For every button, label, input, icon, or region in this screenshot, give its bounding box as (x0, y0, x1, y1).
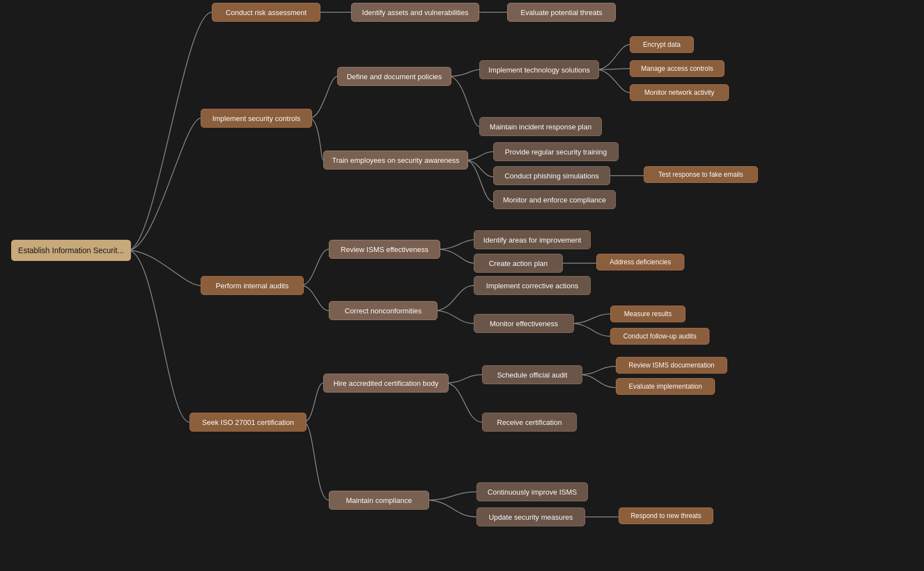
node-conduct-followup: Conduct follow-up audits (610, 328, 709, 345)
l2-6-label: Correct nonconformities (345, 307, 422, 315)
node-define-policies: Define and document policies (337, 67, 451, 86)
l3-1-label: Implement technology solutions (488, 66, 590, 74)
l4-10-label: Respond to new threats (631, 512, 702, 520)
node-hire-certification: Hire accredited certification body (323, 374, 449, 393)
node-implement-corrective: Implement corrective actions (474, 276, 591, 295)
node-implement-tech: Implement technology solutions (479, 60, 599, 79)
node-conduct-risk: Conduct risk assessment (212, 3, 320, 22)
l3-8-label: Implement corrective actions (486, 282, 578, 290)
l4-5-label: Address deficiencies (610, 258, 671, 266)
l2-3-label: Define and document policies (347, 72, 442, 81)
l3-3-label: Provide regular security training (505, 148, 607, 156)
l4-6-label: Measure results (624, 310, 672, 318)
l4-1-label: Encrypt data (643, 41, 680, 49)
node-respond-new-threats: Respond to new threats (619, 507, 713, 524)
node-identify-assets: Identify assets and vulnerabilities (351, 3, 479, 22)
node-encrypt-data: Encrypt data (630, 36, 694, 53)
node-measure-results: Measure results (610, 306, 685, 322)
l2-8-label: Maintain compliance (346, 496, 412, 505)
node-manage-access: Manage access controls (630, 60, 724, 77)
l3-13-label: Update security measures (489, 513, 573, 521)
l3-9-label: Monitor effectiveness (490, 320, 558, 328)
l3-4-label: Conduct phishing simulations (504, 172, 599, 180)
node-monitor-network: Monitor network activity (630, 84, 729, 101)
node-update-security: Update security measures (476, 507, 585, 526)
node-test-fake-emails: Test response to fake emails (644, 166, 758, 183)
l4-2-label: Manage access controls (641, 65, 713, 72)
l3-2-label: Maintain incident response plan (490, 123, 592, 131)
node-perform-audits: Perform internal audits (201, 276, 304, 295)
l4-8-label: Review ISMS documentation (629, 361, 714, 369)
node-seek-iso: Seek ISO 27001 certification (189, 413, 307, 432)
node-maintain-incident: Maintain incident response plan (479, 117, 602, 136)
node-provide-training: Provide regular security training (493, 142, 619, 161)
l4-9-label: Evaluate implementation (629, 383, 702, 390)
l4-7-label: Conduct follow-up audits (623, 332, 696, 340)
l3-5-label: Monitor and enforce compliance (503, 196, 606, 204)
root-label: Establish Information Securit... (18, 246, 124, 255)
node-implement-security: Implement security controls (201, 109, 312, 128)
node-correct-nonconformities: Correct nonconformities (329, 301, 437, 320)
node-monitor-enforce: Monitor and enforce compliance (493, 190, 616, 209)
l1-2-label: Implement security controls (212, 114, 300, 123)
l2-4-label: Train employees on security awareness (332, 156, 460, 164)
node-review-isms-docs: Review ISMS documentation (616, 357, 727, 374)
l1-3-label: Perform internal audits (216, 282, 289, 290)
node-schedule-audit: Schedule official audit (482, 365, 582, 384)
node-monitor-effectiveness: Monitor effectiveness (474, 314, 574, 333)
node-continuously-improve: Continuously improve ISMS (476, 482, 588, 501)
node-identify-improvement: Identify areas for improvement (474, 230, 591, 249)
node-receive-certification: Receive certification (482, 413, 577, 432)
connections-svg (0, 0, 924, 571)
l3-11-label: Receive certification (497, 418, 562, 427)
l4-4-label: Test response to fake emails (658, 171, 743, 178)
node-conduct-phishing: Conduct phishing simulations (493, 166, 610, 185)
root-node: Establish Information Securit... (11, 240, 131, 261)
l3-6-label: Identify areas for improvement (483, 236, 581, 244)
l2-5-label: Review ISMS effectiveness (341, 245, 428, 254)
l2-1-label: Identify assets and vulnerabilities (362, 8, 469, 17)
mindmap-container: Establish Information Securit... Conduct… (0, 0, 924, 571)
l3-7-label: Create action plan (489, 259, 548, 268)
l2-7-label: Hire accredited certification body (333, 379, 439, 388)
node-create-action-plan: Create action plan (474, 254, 563, 273)
node-evaluate-threats: Evaluate potential threats (507, 3, 616, 22)
l3-12-label: Continuously improve ISMS (488, 488, 577, 496)
l4-3-label: Monitor network activity (644, 89, 714, 96)
l2-2-label: Evaluate potential threats (521, 8, 602, 17)
node-train-employees: Train employees on security awareness (323, 151, 468, 170)
node-address-deficiencies: Address deficiencies (596, 254, 684, 270)
node-maintain-compliance: Maintain compliance (329, 491, 429, 510)
node-review-isms: Review ISMS effectiveness (329, 240, 440, 259)
l1-4-label: Seek ISO 27001 certification (202, 418, 294, 427)
node-evaluate-implementation: Evaluate implementation (616, 378, 715, 395)
l1-1-label: Conduct risk assessment (226, 8, 307, 17)
l3-10-label: Schedule official audit (497, 371, 567, 379)
